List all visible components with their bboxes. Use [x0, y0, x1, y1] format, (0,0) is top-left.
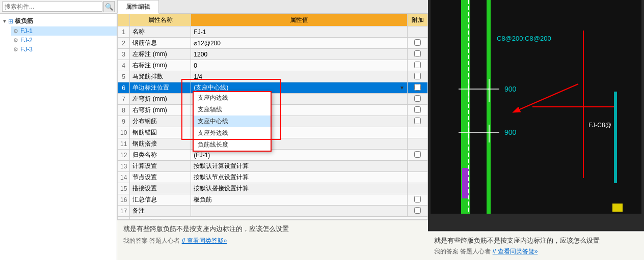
dropdown-arrow[interactable]: ▼: [399, 85, 405, 91]
prop-name: 名称: [130, 26, 191, 38]
table-row: 1 名称 FJ-1: [118, 26, 428, 38]
checkbox-cell[interactable]: [408, 49, 428, 60]
row-num: 16: [118, 194, 130, 206]
checkbox-cell[interactable]: [408, 71, 428, 82]
checkbox-cell[interactable]: [408, 206, 428, 217]
checkbox-cell: [408, 138, 428, 150]
table-row: 18 + 显示样式: [118, 217, 428, 220]
svg-text:900: 900: [504, 128, 517, 136]
checkbox-cell[interactable]: [408, 60, 428, 71]
col-attr-value: 属性值: [191, 14, 408, 26]
prop-value[interactable]: 1/4: [191, 71, 408, 82]
prop-name: 节点设置: [130, 172, 191, 183]
prop-value[interactable]: 按默认计算设置计算: [191, 161, 408, 172]
dropdown-option-spoke[interactable]: 支座辐线: [194, 104, 271, 115]
checkbox-cell[interactable]: [408, 105, 428, 116]
checkbox-cell[interactable]: [408, 94, 428, 105]
checkbox-cell[interactable]: [408, 38, 428, 49]
row-num: 12: [118, 150, 130, 161]
row-num: 15: [118, 183, 130, 194]
prop-name: 计算设置: [130, 161, 191, 172]
prop-name: 归类名称: [130, 150, 191, 161]
prop-value[interactable]: [191, 206, 408, 217]
prop-value[interactable]: 按默认节点设置计算: [191, 172, 408, 183]
table-row: 5 马凳筋排数 1/4: [118, 71, 428, 82]
answer-link[interactable]: // 查看同类答疑»: [182, 237, 227, 244]
row-num: 14: [118, 172, 130, 183]
checkbox-cell: [408, 183, 428, 194]
tree-item-fj2[interactable]: ⚙ FJ-2: [11, 36, 117, 45]
right-bottom-info: 就是有些跨版负筋不是按支座内边标注的，应该怎么设置 我的答案 答题人心者 // …: [428, 231, 644, 260]
prop-value[interactable]: FJ-1: [191, 26, 408, 38]
tree-area: ▼ ⊞ 板负筋 ⚙ FJ-1 ⚙ FJ-2 ⚙ FJ-3: [0, 14, 117, 260]
checkbox-cell[interactable]: [408, 82, 428, 94]
checkbox-cell[interactable]: [408, 194, 428, 206]
property-table: 属性名称 属性值 附加 1 名称 FJ-1: [117, 14, 428, 219]
tree-item-fj3[interactable]: ⚙ FJ-3: [11, 45, 117, 54]
bottom-answer: 我的答案 答题人心者 // 查看同类答疑»: [123, 237, 422, 245]
tab-property-edit[interactable]: 属性编辑: [117, 0, 159, 14]
prop-name: 钢筋搭接: [130, 138, 191, 150]
answer-prefix: 我的答案 答题人心者: [123, 237, 182, 244]
prop-expand[interactable]: + 显示样式: [130, 217, 428, 220]
prop-name: 分布钢筋: [130, 116, 191, 127]
dropdown-option-outer[interactable]: 支座外边线: [194, 127, 271, 139]
tree-item-label-fj3: FJ-3: [20, 46, 33, 53]
prop-name: 左弯折 (mm): [130, 94, 191, 105]
row-num: 13: [118, 161, 130, 172]
right-bottom-answer: 我的答案 答题人心者 // 查看同类答疑»: [434, 247, 638, 256]
tree-children: ⚙ FJ-1 ⚙ FJ-2 ⚙ FJ-3: [0, 26, 117, 54]
prop-name: 钢筋锚固: [130, 127, 191, 138]
yellow-element: [612, 204, 623, 212]
prop-name: 右弯折 (mm): [130, 105, 191, 116]
tree-root[interactable]: ▼ ⊞ 板负筋: [0, 16, 117, 26]
row-num: 1: [118, 26, 130, 38]
checkbox-cell: [408, 161, 428, 172]
row-num: 9: [118, 116, 130, 127]
gear-icon-fj1: ⚙: [13, 28, 18, 35]
row-num: 18: [118, 217, 130, 220]
table-row: 4 右标注 (mm) 0: [118, 60, 428, 71]
prop-value[interactable]: 1200: [191, 49, 408, 60]
answer-link-right[interactable]: // 查看同类答疑»: [493, 248, 538, 255]
main-container: 🔍 ▼ ⊞ 板负筋 ⚙ FJ-1 ⚙ FJ-2 ⚙ FJ-3: [0, 0, 644, 260]
prop-value[interactable]: 0: [191, 60, 408, 71]
table-row: 13 计算设置 按默认计算设置计算: [118, 161, 428, 172]
prop-name: 钢筋信息: [130, 38, 191, 49]
table-row: 15 搭接设置 按默认搭接设置计算: [118, 183, 428, 194]
tree-item-fj1[interactable]: ⚙ FJ-1: [11, 26, 117, 36]
table-row: 2 钢筋信息 ⌀12@200: [118, 38, 428, 49]
prop-value[interactable]: 按默认搭接设置计算: [191, 183, 408, 194]
gear-icon-fj3: ⚙: [13, 46, 18, 53]
row-num: 11: [118, 138, 130, 150]
left-panel: 🔍 ▼ ⊞ 板负筋 ⚙ FJ-1 ⚙ FJ-2 ⚙ FJ-3: [0, 0, 117, 260]
tree-root-label: 板负筋: [15, 17, 33, 25]
search-input[interactable]: [2, 2, 102, 12]
bottom-question: 就是有些跨版负筋不是按支座内边标注的，应该怎么设置: [123, 224, 422, 234]
dropdown-option-center[interactable]: 支座中心线: [194, 115, 271, 127]
prop-name: 搭接设置: [130, 183, 191, 194]
tab-bar: 属性编辑: [117, 0, 428, 14]
prop-name: 马凳筋排数: [130, 71, 191, 82]
table-row: 10 钢筋锚固: [118, 127, 428, 138]
table-row: 7 左弯折 (mm): [118, 94, 428, 105]
svg-text:C8@200:C8@200: C8@200:C8@200: [497, 35, 551, 42]
checkbox-cell[interactable]: [408, 150, 428, 161]
prop-value[interactable]: ⌀12@200: [191, 38, 408, 49]
prop-name: 右标注 (mm): [130, 60, 191, 71]
expand-icon: ▼: [2, 18, 7, 24]
row-num: 17: [118, 206, 130, 217]
prop-name: 单边标注位置: [130, 82, 191, 94]
svg-text:900: 900: [504, 85, 517, 93]
dropdown-popup[interactable]: 支座内边线 支座辐线 支座中心线 支座外边线 负筋线长度: [193, 91, 272, 152]
prop-value[interactable]: 板负筋: [191, 194, 408, 206]
dropdown-option-inner[interactable]: 支座内边线: [194, 92, 271, 104]
dropdown-option-length[interactable]: 负筋线长度: [194, 139, 271, 151]
row-num: 5: [118, 71, 130, 82]
checkbox-cell: [408, 172, 428, 183]
search-button[interactable]: 🔍: [103, 1, 115, 12]
cad-svg: 900 C8@200:C8@200 900 FJ-C8@: [428, 0, 644, 260]
checkbox-cell: [408, 26, 428, 38]
row-num: 10: [118, 127, 130, 138]
checkbox-cell[interactable]: [408, 116, 428, 127]
